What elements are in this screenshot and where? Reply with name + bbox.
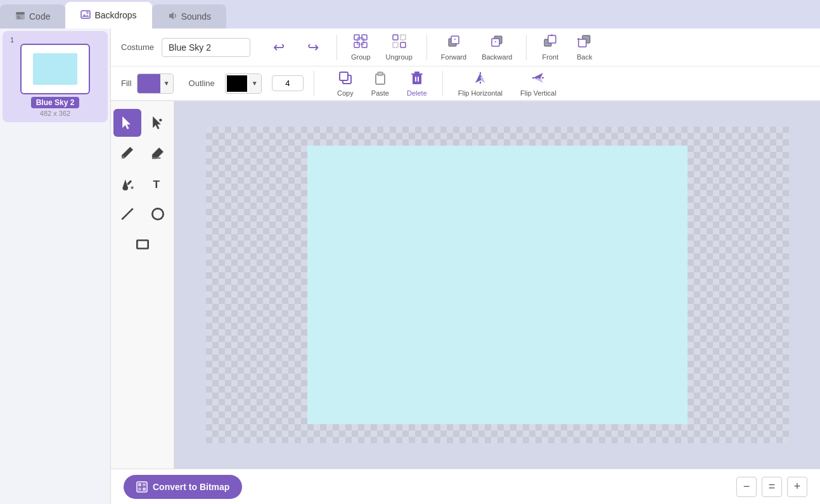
backdrops-icon [80,9,91,22]
convert-to-bitmap-button[interactable]: Convert to Bitmap [124,475,242,499]
copy-button[interactable]: Copy [330,68,361,99]
flip-vertical-button[interactable]: Flip Vertical [513,68,564,99]
outline-color-swatch [226,74,248,93]
brush-tool[interactable] [113,139,141,167]
front-label: Front [542,53,559,61]
paste-label: Paste [371,89,389,97]
rect-tool[interactable] [129,230,157,258]
svg-rect-27 [378,72,383,75]
delete-label: Delete [407,89,427,97]
svg-point-43 [131,186,133,189]
svg-rect-41 [152,158,160,159]
paste-button[interactable]: Paste [364,68,397,99]
tools-sidebar: T [111,101,174,469]
svg-point-40 [122,156,124,158]
zoom-reset-button[interactable]: = [762,477,782,497]
backward-button[interactable]: Backward [475,31,518,63]
bottom-bar: Convert to Bitmap − = + [111,469,820,504]
zoom-out-button[interactable]: − [736,477,757,497]
back-button[interactable]: Back [568,31,600,63]
svg-rect-12 [393,35,398,40]
costume-item[interactable]: 1 Blue Sky 2 482 x 362 [3,31,108,122]
tab-backdrops[interactable]: Backdrops [65,2,151,28]
svg-rect-23 [579,39,586,47]
outline-label: Outline [189,79,215,88]
svg-rect-9 [354,42,359,47]
forward-icon [446,34,461,51]
svg-rect-1 [16,12,25,15]
undo-button[interactable]: ↩ [263,38,295,57]
costume-name-input[interactable] [162,38,250,57]
canvas-checkerboard [206,127,789,443]
svg-rect-8 [362,35,367,40]
tool-row-3: T [113,170,172,198]
svg-rect-29 [415,77,416,82]
divider-1 [336,35,337,60]
svg-point-46 [152,208,163,219]
ungroup-button[interactable]: Ungroup [380,31,419,63]
tool-row-1 [113,109,172,137]
editor-area: Costume ↩ ↪ [111,28,820,504]
svg-rect-42 [127,180,132,185]
outline-width-input[interactable] [272,75,304,91]
select-tool[interactable] [113,109,141,137]
svg-rect-3 [17,18,21,18]
redo-icon: ↪ [307,41,319,54]
front-button[interactable]: Front [534,31,566,63]
tab-code-label: Code [29,11,50,22]
backward-icon [489,34,504,51]
fill-tool[interactable] [113,170,141,198]
svg-rect-11 [357,38,364,44]
svg-rect-28 [413,75,421,84]
divider-4 [314,71,314,96]
line-tool[interactable] [113,200,141,228]
tab-code[interactable]: Code [0,4,65,28]
redo-button[interactable]: ↪ [297,38,329,57]
forward-button[interactable]: Forward [435,31,473,63]
divider-5 [442,71,443,96]
delete-button[interactable]: Delete [399,68,435,99]
zoom-in-button[interactable]: + [787,477,807,497]
svg-rect-25 [340,72,348,80]
fill-color-button[interactable]: ▼ [137,73,174,94]
costume-label: Costume [121,42,154,52]
outline-color-dropdown-arrow: ▼ [248,74,261,93]
group-button[interactable]: Group [345,31,377,63]
forward-label: Forward [441,53,466,61]
sounds-icon [167,11,177,23]
eraser-tool[interactable] [144,139,172,167]
reshape-tool[interactable] [144,109,172,137]
outline-area: Outline ▼ [189,73,304,94]
svg-rect-21 [548,35,556,43]
tab-bar: Code Backdrops Sounds [0,0,820,28]
delete-icon [409,70,425,88]
undo-icon: ↩ [273,41,285,54]
costume-preview [20,44,90,94]
flip-horizontal-label: Flip Horizontal [458,89,503,97]
tool-row-2 [113,139,172,167]
svg-point-39 [159,119,162,122]
tab-sounds[interactable]: Sounds [152,4,226,28]
svg-marker-33 [475,73,480,83]
costume-thumbnail [33,53,77,85]
convert-label: Convert to Bitmap [153,482,229,492]
svg-rect-2 [17,16,20,16]
costume-name-area: Costume [121,38,250,57]
fill-label: Fill [121,79,132,88]
fill-color-dropdown-arrow: ▼ [160,74,173,93]
svg-point-4 [86,11,89,14]
edit-buttons: Copy Paste [330,68,564,99]
convert-icon [136,481,148,493]
tool-row-5 [129,230,157,258]
canvas-container[interactable] [174,101,820,469]
svg-marker-36 [533,73,543,78]
toolbar-row-2: Fill ▼ Outline ▼ [111,66,820,101]
ungroup-label: Ungroup [386,53,413,61]
code-icon [15,11,25,23]
divider-3 [526,35,527,60]
circle-tool[interactable] [144,200,172,228]
outline-color-button[interactable]: ▼ [225,73,262,94]
text-tool[interactable]: T [144,170,172,198]
svg-rect-49 [138,483,141,486]
flip-horizontal-button[interactable]: Flip Horizontal [451,68,510,99]
